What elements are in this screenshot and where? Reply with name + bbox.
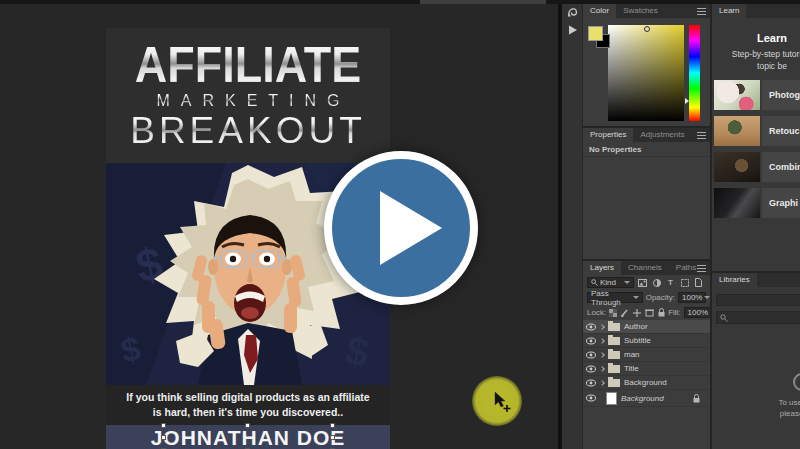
chevron-down-icon	[624, 281, 630, 284]
layers-lock-row: Lock:	[583, 305, 710, 320]
tutorial-label: Retouc	[762, 116, 800, 146]
layers-panel-tabbar: Layers Channels Paths	[583, 261, 710, 275]
history-icon	[567, 7, 578, 18]
eye-icon[interactable]	[586, 323, 596, 331]
actions-play-icon	[568, 25, 578, 35]
tab-properties[interactable]: Properties	[583, 128, 633, 142]
learn-item-combining[interactable]: Combin	[714, 152, 800, 182]
filter-pixel-layers-button[interactable]	[637, 277, 648, 288]
tutorial-thumbnail-dark-hand	[714, 188, 760, 218]
eye-icon[interactable]	[586, 365, 596, 373]
folder-icon	[608, 351, 620, 359]
cover-title-line2: MARKETING	[145, 91, 350, 111]
signin-user-icon	[793, 373, 800, 391]
eye-icon[interactable]	[586, 379, 596, 387]
layer-name[interactable]: Title	[624, 364, 710, 373]
filter-type-layers-button[interactable]: T	[665, 277, 676, 288]
cover-author-name: JOHNATHAN DOE	[106, 425, 390, 449]
color-picker-dot[interactable]	[644, 26, 650, 32]
layer-name[interactable]: Background	[624, 378, 710, 387]
cover-title-line3: BREAKOUT	[130, 111, 366, 151]
lock-buttons	[609, 308, 665, 317]
video-play-button[interactable]	[324, 151, 478, 305]
layer-name[interactable]: Subtitle	[624, 336, 710, 345]
disclosure-icon[interactable]	[599, 324, 605, 330]
search-icon	[720, 314, 728, 322]
hue-slider[interactable]	[689, 25, 700, 121]
learn-heading: Learn	[712, 32, 800, 44]
learn-panel-tabbar: Learn	[712, 4, 800, 18]
blend-mode-dropdown[interactable]: Pass Through	[587, 292, 643, 303]
panel-menu-icon[interactable]	[697, 265, 706, 272]
folder-icon	[608, 365, 620, 373]
tab-channels[interactable]: Channels	[621, 261, 669, 275]
filter-adjustment-layers-button[interactable]	[651, 277, 662, 288]
eye-icon[interactable]	[586, 394, 596, 402]
folder-icon	[608, 323, 620, 331]
collapsed-panel-dock	[562, 4, 583, 449]
lock-icon	[693, 394, 700, 403]
cover-title-block: AFFILIATE MARKETING BREAKOUT	[106, 28, 390, 163]
fill-field[interactable]: 100%	[684, 307, 712, 318]
filter-shape-layers-button[interactable]	[679, 277, 690, 288]
properties-panel: Properties Adjustments No Properties	[583, 128, 710, 261]
color-panel-tabbar: Color Swatches	[583, 4, 710, 18]
lock-label: Lock:	[587, 308, 606, 317]
layer-row-man[interactable]: man	[583, 348, 710, 362]
learn-item-graphic[interactable]: Graphi	[714, 188, 800, 218]
panel-menu-icon[interactable]	[697, 8, 706, 15]
layer-row-author[interactable]: Author	[583, 320, 710, 334]
eye-icon[interactable]	[586, 351, 596, 359]
libraries-dropdown[interactable]	[716, 294, 800, 306]
libraries-search-input[interactable]	[716, 311, 800, 324]
disclosure-icon[interactable]	[599, 352, 605, 358]
lock-artboard-icon[interactable]	[645, 309, 654, 317]
layer-row-title[interactable]: Title	[583, 362, 710, 376]
shape-filter-icon	[681, 279, 689, 287]
eye-icon[interactable]	[586, 337, 596, 345]
layer-row-subtitle[interactable]: Subtitle	[583, 334, 710, 348]
layer-name[interactable]: Background	[621, 394, 689, 403]
folder-icon	[608, 337, 620, 345]
opacity-field[interactable]: 100%	[678, 292, 706, 303]
layer-name[interactable]: Author	[624, 322, 710, 331]
layers-panel: Layers Channels Paths Kind	[583, 261, 710, 407]
learn-panel: Learn Learn Step-by-step tutorials topic…	[712, 4, 800, 273]
search-icon	[591, 279, 598, 286]
disclosure-icon[interactable]	[599, 338, 605, 344]
tutorial-thumbnail-succulent	[714, 116, 760, 146]
lock-paint-icon[interactable]	[621, 309, 629, 317]
actions-panel-button[interactable]	[562, 21, 583, 38]
smart-object-filter-icon	[695, 278, 702, 287]
hue-slider-marker[interactable]	[685, 98, 689, 104]
tab-color[interactable]: Color	[583, 4, 616, 18]
move-cursor-icon	[494, 392, 514, 414]
layer-row-background[interactable]: Background	[583, 390, 710, 407]
signin-text-line2: please sign i	[712, 408, 800, 419]
layer-row-background-group[interactable]: Background	[583, 376, 710, 390]
disclosure-icon[interactable]	[599, 380, 605, 386]
tab-libraries[interactable]: Libraries	[712, 273, 757, 287]
history-panel-button[interactable]	[562, 4, 583, 21]
tab-layers[interactable]: Layers	[583, 261, 621, 275]
learn-item-photography[interactable]: Photog	[714, 80, 800, 110]
cover-caption-block: If you think selling digital products as…	[106, 385, 390, 425]
tab-swatches[interactable]: Swatches	[616, 4, 665, 18]
play-icon	[332, 159, 470, 297]
tab-learn[interactable]: Learn	[712, 4, 746, 18]
panel-menu-icon[interactable]	[697, 132, 706, 139]
fill-value: 100%	[688, 308, 708, 317]
layer-name[interactable]: man	[624, 350, 710, 359]
blend-mode-value: Pass Through	[591, 289, 631, 307]
saturation-brightness-field[interactable]	[608, 25, 684, 121]
lock-move-icon[interactable]	[633, 309, 641, 317]
filter-smart-objects-button[interactable]	[693, 277, 704, 288]
foreground-color-swatch[interactable]	[588, 26, 603, 41]
tab-adjustments[interactable]: Adjustments	[633, 128, 691, 142]
disclosure-icon[interactable]	[599, 366, 605, 372]
lock-transparency-icon[interactable]	[609, 309, 617, 317]
lock-all-icon[interactable]	[658, 308, 665, 317]
learn-item-retouching[interactable]: Retouc	[714, 116, 800, 146]
layer-thumbnail[interactable]	[606, 392, 617, 405]
kind-filter-dropdown[interactable]: Kind	[587, 277, 634, 288]
